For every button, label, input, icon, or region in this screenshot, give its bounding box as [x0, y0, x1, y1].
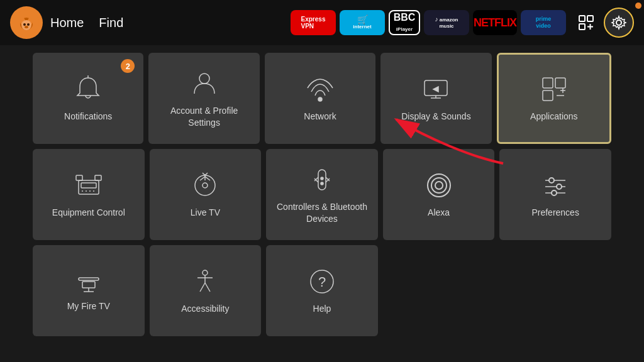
svg-rect-33	[76, 175, 82, 180]
nav-home[interactable]: Home	[50, 16, 84, 30]
svg-point-55	[552, 190, 557, 195]
grid-icon-button[interactable]	[571, 8, 601, 38]
svg-point-15	[199, 74, 209, 84]
svg-marker-20	[433, 87, 438, 92]
svg-rect-22	[555, 78, 565, 88]
svg-point-13	[616, 20, 621, 25]
tile-applications[interactable]: Applications	[497, 53, 611, 144]
tile-notifications-label: Notifications	[59, 111, 117, 122]
tile-help[interactable]: ? Help	[266, 245, 378, 336]
svg-point-48	[431, 178, 447, 193]
settings-gear-button[interactable]	[604, 8, 634, 38]
svg-rect-8	[579, 16, 585, 21]
tile-equipment-control-label: Equipment Control	[47, 207, 130, 218]
svg-rect-57	[82, 282, 95, 288]
tile-alexa-label: Alexa	[423, 207, 455, 218]
svg-point-7	[25, 26, 28, 28]
app-netflix[interactable]: NETFLIX	[473, 10, 517, 35]
tile-accessibility-label: Accessibility	[176, 303, 234, 314]
app-logo	[10, 6, 43, 39]
tile-notifications[interactable]: 2 Notifications	[33, 53, 143, 144]
tile-display-sounds-label: Display & Sounds	[396, 111, 476, 122]
svg-point-4	[21, 20, 31, 30]
top-navigation: Home Find ExpressVPN 🛒 internet BBCiPlay…	[0, 0, 644, 45]
svg-point-37	[203, 183, 208, 188]
nav-find[interactable]: Find	[99, 16, 123, 30]
tile-accessibility[interactable]: Accessibility	[150, 245, 262, 336]
svg-rect-56	[79, 278, 99, 280]
svg-rect-34	[95, 175, 101, 180]
svg-point-53	[557, 184, 562, 189]
svg-point-16	[318, 97, 322, 101]
grid-row-1: 2 Notifications Account & Profile Settin…	[33, 53, 611, 144]
settings-grid: 2 Notifications Account & Profile Settin…	[0, 45, 644, 344]
tile-alexa[interactable]: Alexa	[383, 149, 495, 240]
app-internet[interactable]: 🛒 internet	[340, 10, 385, 35]
svg-point-49	[435, 182, 443, 189]
tile-my-fire-tv-label: My Fire TV	[62, 300, 115, 312]
svg-rect-9	[587, 16, 593, 21]
nav-icon-buttons	[571, 8, 634, 38]
app-bbc-iplayer[interactable]: BBCiPlayer	[389, 10, 420, 35]
nav-apps-row: ExpressVPN 🛒 internet BBCiPlayer ♪ amazo…	[291, 10, 566, 35]
svg-point-60	[203, 270, 208, 275]
svg-point-45	[321, 177, 323, 180]
tile-equipment-control[interactable]: Equipment Control	[33, 149, 145, 240]
empty-tile-2	[499, 245, 611, 336]
app-prime-video[interactable]: primevideo	[521, 10, 566, 35]
tile-my-fire-tv[interactable]: My Fire TV	[33, 245, 145, 336]
nav-links: Home Find	[50, 16, 123, 30]
tile-live-tv-label: Live TV	[186, 207, 225, 218]
app-amazon-music[interactable]: ♪ amazonmusic	[424, 10, 469, 35]
svg-line-63	[200, 283, 205, 292]
app-expressvpn[interactable]: ExpressVPN	[291, 10, 336, 35]
tile-display-sounds[interactable]: Display & Sounds	[380, 53, 491, 144]
grid-row-2: Equipment Control Live TV	[33, 149, 611, 240]
tile-network[interactable]: Network	[265, 53, 375, 144]
svg-text:?: ?	[318, 274, 326, 290]
tile-account-label: Account & Profile Settings	[148, 105, 259, 128]
tile-help-label: Help	[308, 303, 336, 314]
tile-preferences[interactable]: Preferences	[499, 149, 611, 240]
tile-network-label: Network	[299, 111, 341, 122]
svg-rect-21	[543, 78, 553, 88]
tile-account-profile[interactable]: Account & Profile Settings	[148, 53, 259, 144]
tile-preferences-label: Preferences	[526, 207, 584, 218]
notification-badge: 2	[121, 59, 135, 73]
tile-controllers-bluetooth-label: Controllers & Bluetooth Devices	[266, 201, 378, 224]
svg-point-5	[23, 23, 26, 26]
tile-applications-label: Applications	[525, 111, 583, 122]
svg-point-46	[321, 182, 323, 185]
svg-point-6	[27, 23, 30, 26]
svg-line-64	[205, 283, 210, 292]
svg-rect-10	[579, 24, 585, 30]
grid-row-3: My Fire TV Accessibility ? Help	[33, 245, 611, 336]
tile-live-tv[interactable]: Live TV	[150, 149, 262, 240]
svg-rect-23	[543, 90, 553, 101]
tile-controllers-bluetooth[interactable]: Controllers & Bluetooth Devices	[266, 149, 378, 240]
svg-rect-28	[81, 183, 96, 188]
empty-tile-1	[383, 245, 495, 336]
svg-point-51	[549, 178, 554, 183]
